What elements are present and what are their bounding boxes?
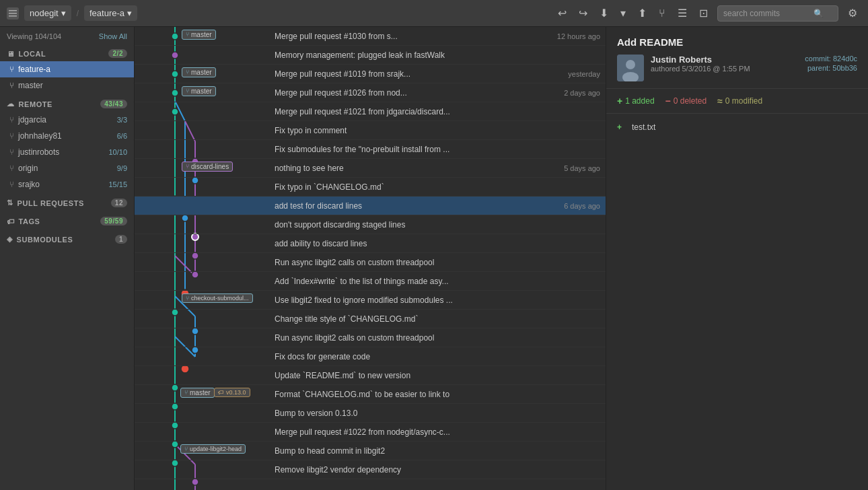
remote-label: REMOTE	[19, 100, 52, 108]
master-branch-icon-3: ⑂	[186, 69, 189, 75]
parent-label: parent:	[807, 64, 830, 72]
submodules-header[interactable]: ◈SUBMODULES 1	[0, 232, 134, 247]
commit-row[interactable]: ⑂ master Merge pull request #1026 from n…	[135, 83, 606, 102]
commit-message-18: Fix docs for generate code	[275, 352, 606, 361]
branch-icon-feature: ⑂	[9, 65, 14, 74]
local-section-header: 🖥 LOCAL 2/2	[0, 46, 134, 61]
master-label-20: master	[190, 389, 211, 396]
commit-row[interactable]: Run async libgit2 calls on custom thread…	[135, 328, 606, 347]
pop-button[interactable]: ⊡	[695, 4, 712, 22]
sidebar-item-feature-a[interactable]: ⑂feature-a	[0, 61, 134, 77]
added-count: 1 added	[625, 96, 654, 106]
srajko-count: 15/15	[108, 180, 127, 188]
settings-button[interactable]: ⚙	[844, 4, 861, 22]
commit-row[interactable]: don't support discarding staged lines	[135, 215, 606, 234]
commit-row[interactable]: Fix submodules for the "no-prebuilt inst…	[135, 140, 606, 159]
commit-row[interactable]: ⑂ discard-lines nothing to see here 5 da…	[135, 159, 606, 178]
commit-message-11: don't support discarding staged lines	[275, 220, 606, 230]
diff-stats: + 1 added − 0 deleted ≈ 0 modified	[606, 89, 868, 114]
sidebar-item-origin[interactable]: ⑂origin 9/9	[0, 160, 134, 176]
svg-rect-2	[9, 15, 17, 17]
submodules-label: SUBMODULES	[17, 236, 73, 244]
remote-branch-icon-2: ⑂	[9, 131, 14, 141]
sidebar-item-jdgarcia[interactable]: ⑂jdgarcia 3/3	[0, 112, 134, 128]
graph-area[interactable]: ⑂ master Merge pull request #1030 from s…	[135, 27, 606, 490]
stash-button[interactable]: ☰	[674, 4, 691, 22]
fetch-dropdown[interactable]: ▾	[616, 4, 630, 22]
justinrobots-count: 10/10	[108, 148, 127, 156]
sidebar-item-srajko[interactable]: ⑂srajko 15/15	[0, 176, 134, 193]
commit-message-2: Memory management: plugged leak in fastW…	[275, 50, 606, 60]
commit-label: commit:	[805, 55, 831, 63]
commit-row[interactable]: add ability to discard lines	[135, 234, 606, 253]
commit-row[interactable]: Fix docs for generate code	[135, 347, 606, 366]
tags-label: TAGS	[19, 217, 40, 225]
commit-time-1: 12 hours ago	[557, 32, 606, 40]
sidebar-item-master[interactable]: ⑂master	[0, 77, 134, 94]
update-label: update-libgit2-head	[190, 446, 242, 452]
search-input[interactable]	[723, 9, 811, 18]
author-avatar	[617, 55, 644, 81]
show-all-button[interactable]: Show All	[99, 32, 127, 40]
commit-row[interactable]: Run async libgit2 calls on custom thread…	[135, 253, 606, 272]
commit-row[interactable]: ⑂ checkout-submodul... Use libgit2 fixed…	[135, 291, 606, 310]
file-item[interactable]: + test.txt	[606, 119, 868, 135]
remote-icon: ☁	[7, 100, 15, 108]
tags-header[interactable]: 🏷TAGS 59/59	[0, 213, 134, 229]
commit-message-8: nothing to see here	[275, 164, 558, 173]
master-label-1: master	[191, 31, 212, 38]
commit-row[interactable]: Fix typo in `CHANGELOG.md`	[135, 178, 606, 197]
commit-message-7: Fix submodules for the "no-prebuilt inst…	[275, 145, 606, 154]
commit-detail-header: Add README Justin Roberts authored 5/3/2…	[606, 27, 868, 89]
commit-message-14: Add `Index#write` to the list of things …	[275, 277, 606, 286]
commit-row[interactable]: Add `Index#write` to the list of things …	[135, 272, 606, 291]
remote-branch-icon-1: ⑂	[9, 115, 14, 125]
stat-modified: ≈ 0 modified	[717, 96, 762, 106]
viewing-count: Viewing 104/104 Show All	[0, 30, 134, 43]
branch-button[interactable]: ⑂	[655, 5, 670, 22]
fetch-button[interactable]: ⬇	[595, 4, 612, 22]
redo-button[interactable]: ↪	[575, 4, 591, 22]
search-bar[interactable]: 🔍	[717, 5, 838, 22]
pr-icon: ⇅	[7, 199, 13, 207]
main-content: Viewing 104/104 Show All 🖥 LOCAL 2/2 ⑂fe…	[0, 27, 868, 490]
remote-branch-icon-4: ⑂	[9, 164, 14, 173]
sidebar-item-johnhaley81[interactable]: ⑂johnhaley81 6/6	[0, 128, 134, 144]
commit-row[interactable]: ⑂ master Merge pull request #1019 from s…	[135, 65, 606, 83]
viewing-label: Viewing 104/104	[7, 32, 61, 40]
commit-row[interactable]: Fix typo in comment	[135, 121, 606, 140]
submodule-icon: ◈	[7, 235, 13, 244]
parent-hash: parent: 50bb36	[807, 64, 857, 72]
master-label-4: master	[191, 88, 212, 95]
toolbar-actions: ↩ ↪ ⬇ ▾ ⬆ ⑂ ☰ ⊡	[554, 4, 712, 22]
commit-row[interactable]: Bump to version 0.13.0	[135, 404, 606, 423]
commit-row[interactable]: Change title style of `CHANGELOG.md`	[135, 310, 606, 328]
commit-message-10: add test for discard lines	[275, 201, 558, 211]
repo-selector[interactable]: nodegit ▾	[24, 5, 71, 21]
commit-message-1: Merge pull request #1030 from s...	[275, 32, 552, 41]
commit-row[interactable]: Merge pull request #1021 from jdgarcia/d…	[135, 102, 606, 121]
titlebar: nodegit ▾ / feature-a ▾ ↩ ↪ ⬇ ▾ ⬆ ⑂ ☰ ⊡ …	[0, 0, 868, 27]
commit-row[interactable]: Memory management: plugged leak in fastW…	[135, 46, 606, 65]
push-button[interactable]: ⬆	[634, 4, 651, 22]
commit-time-4: 2 days ago	[564, 89, 606, 97]
undo-button[interactable]: ↩	[554, 4, 571, 22]
branch-selector[interactable]: feature-a ▾	[84, 5, 137, 21]
commit-row[interactable]: ⑂ master 🏷 v0.13.0 Format `CHANGELOG.md`…	[135, 385, 606, 404]
commit-message-24: Remove libgit2 vendor dependency	[275, 465, 606, 475]
commit-row[interactable]: ⑂ master Merge pull request #1030 from s…	[135, 27, 606, 46]
sidebar-item-justinrobots[interactable]: ⑂justinrobots 10/10	[0, 144, 134, 160]
commit-row[interactable]: ⑂ update-libgit2-head Bump to head commi…	[135, 442, 606, 460]
commit-row-selected[interactable]: add test for discard lines 6 days ago	[135, 197, 606, 215]
window-button[interactable]	[7, 7, 19, 20]
commit-row[interactable]: Remove libgit2 vendor dependency	[135, 460, 606, 479]
pull-requests-header[interactable]: ⇅PULL REQUESTS 12	[0, 195, 134, 211]
tag-icon: 🏷	[7, 217, 15, 225]
tags-section: 🏷TAGS 59/59	[0, 213, 134, 229]
commit-row[interactable]: Merge pull request #1022 from nodegit/as…	[135, 423, 606, 442]
commit-row[interactable]: Update `README.md` to new version	[135, 366, 606, 385]
modified-count: 0 modified	[725, 96, 762, 106]
remote-section: ☁REMOTE 43/43 ⑂jdgarcia 3/3 ⑂johnhaley81…	[0, 96, 134, 193]
master-branch-icon-20: ⑂	[184, 389, 188, 396]
submodules-count: 1	[115, 235, 127, 244]
